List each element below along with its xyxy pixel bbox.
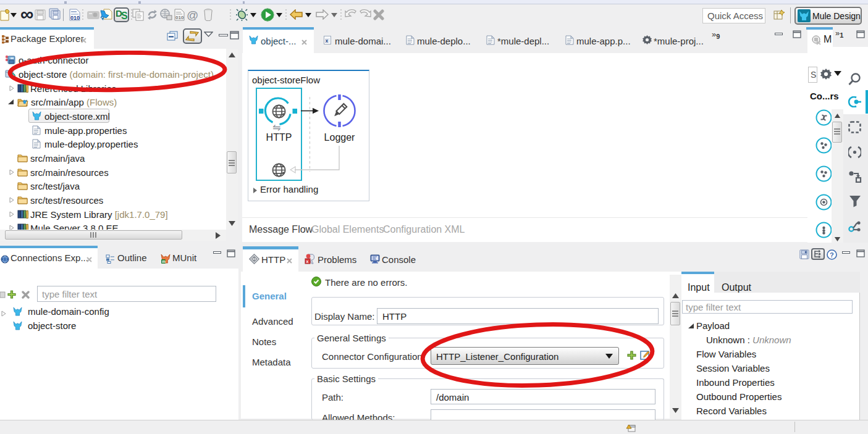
svg-text:x: x bbox=[306, 259, 309, 264]
svg-text:010: 010 bbox=[70, 15, 80, 21]
svg-text:m: m bbox=[162, 259, 166, 264]
svg-text:?: ? bbox=[830, 251, 834, 259]
svg-text:010: 010 bbox=[175, 15, 184, 20]
svg-text:x: x bbox=[325, 38, 328, 44]
